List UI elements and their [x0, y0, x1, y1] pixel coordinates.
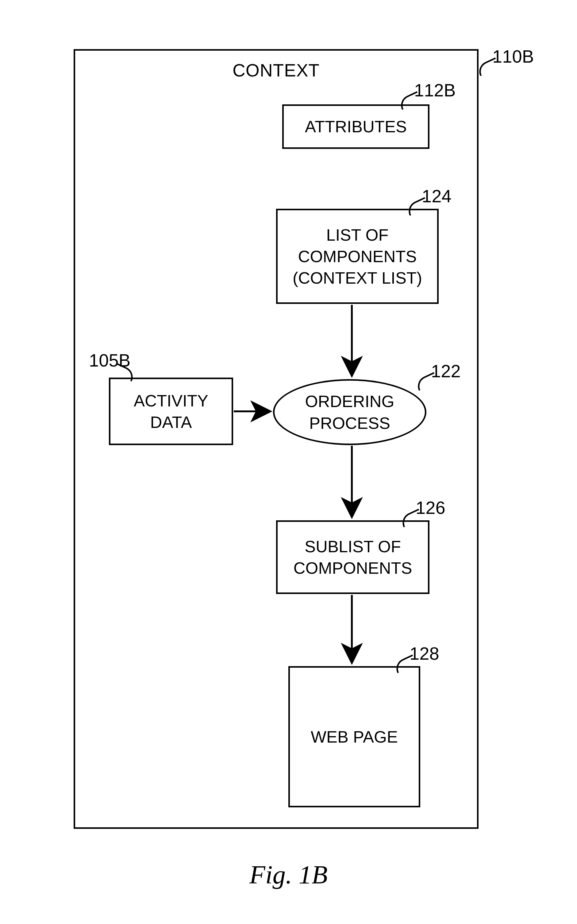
figure-caption: Fig. 1B	[0, 859, 577, 890]
diagram-canvas: CONTEXT ATTRIBUTES LIST OF COMPONENTS (C…	[0, 0, 577, 924]
arrows-svg	[0, 0, 577, 924]
